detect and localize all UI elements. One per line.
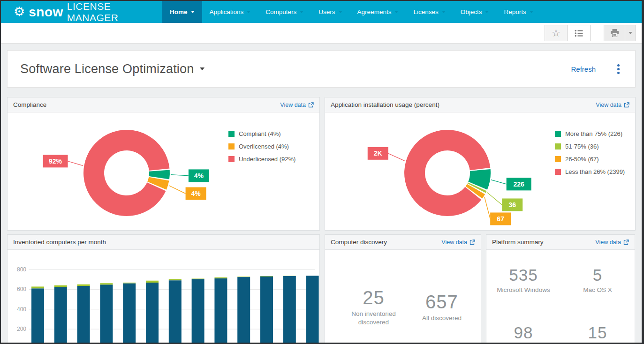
view-data-label: View data — [595, 239, 621, 246]
print-button[interactable] — [604, 25, 625, 41]
nav-item-users[interactable]: Users — [311, 1, 349, 23]
bar-segment-top — [214, 277, 227, 278]
view-data-link[interactable]: View data — [441, 239, 475, 246]
chevron-down-icon — [191, 11, 195, 13]
chevron-down-icon — [442, 11, 446, 13]
gear-icon: ⚙ — [14, 6, 25, 18]
y-axis-tick-label: 600 — [17, 286, 26, 292]
legend-item: More than 75% (226) — [555, 130, 625, 137]
bar-segment — [192, 279, 205, 344]
bar-segment-top — [123, 283, 136, 284]
callout-line — [388, 153, 405, 161]
nav-item-reports[interactable]: Reports — [496, 1, 540, 23]
dashboard-selector[interactable]: Software License Optimization — [20, 62, 205, 76]
print-options-button[interactable] — [625, 25, 636, 41]
panel-title: Application installation usage (percent) — [331, 101, 439, 108]
nav-item-label: Reports — [504, 8, 526, 15]
panel-app-usage: Application installation usage (percent)… — [325, 97, 636, 231]
favorite-button[interactable]: ☆ — [545, 25, 568, 41]
callout-label: 2K — [374, 150, 382, 157]
bar-segment — [237, 277, 250, 344]
legend-swatch — [555, 131, 561, 137]
nav-item-objects[interactable]: Objects — [453, 1, 497, 23]
nav-item-licenses[interactable]: Licenses — [406, 1, 453, 23]
legend-item: Less than 26% (2399) — [555, 168, 625, 175]
page-actions: Refresh — [571, 63, 622, 75]
nav-item-computers[interactable]: Computers — [258, 1, 311, 23]
nav-item-label: Objects — [461, 8, 482, 15]
bar-segment — [283, 276, 296, 344]
refresh-link[interactable]: Refresh — [571, 65, 596, 73]
panel-title: Compliance — [13, 101, 46, 108]
stat-value: 15 — [561, 324, 635, 341]
legend-label: Compliant (4%) — [239, 130, 281, 137]
callout-line — [169, 186, 185, 194]
chevron-down-icon — [300, 11, 303, 13]
view-data-label: View data — [441, 239, 467, 246]
legend-item: 26-50% (67) — [555, 156, 625, 163]
bar-segment-top — [237, 277, 250, 277]
stat-value: 535 — [486, 267, 561, 283]
chevron-down-icon — [247, 11, 250, 13]
star-icon: ☆ — [552, 28, 561, 38]
nav-item-label: Agreements — [357, 8, 392, 15]
y-axis-tick-label: 400 — [17, 306, 26, 313]
secondary-toolbar: ☆ — [1, 23, 642, 44]
page-title: Software License Optimization — [20, 62, 194, 76]
view-data-link[interactable]: View data — [596, 102, 629, 108]
chevron-down-icon — [200, 67, 205, 70]
panel-title: Computer discovery — [331, 239, 387, 246]
external-link-icon — [623, 239, 629, 245]
chevron-down-icon — [530, 11, 533, 13]
list-view-button[interactable] — [568, 25, 591, 41]
legend-swatch — [228, 131, 235, 137]
stat-block: 25 Non inventoried discovered — [344, 288, 403, 326]
bar-segment — [54, 287, 67, 344]
panel-compliance: Compliance View data 4%4%92% Compliant (… — [7, 97, 320, 231]
legend-swatch — [228, 143, 235, 150]
print-icon — [610, 29, 619, 37]
legend-item: Overlicensed (4%) — [228, 143, 295, 150]
legend-label: Underlicensed (92%) — [239, 156, 295, 163]
callout-label: 67 — [497, 215, 504, 223]
chevron-down-icon — [394, 11, 398, 13]
panel-body: 4%4%92% Compliant (4%) Overlicensed (4%)… — [8, 112, 319, 230]
brand-logo[interactable]: ⚙ snow LICENSE MANAGER — [1, 1, 162, 23]
y-axis-tick-label: 800 — [17, 266, 26, 273]
discovery-stats: 25 Non inventoried discovered 657 All di… — [325, 250, 481, 344]
chart-legend: Compliant (4%) Overlicensed (4%) Underli… — [228, 130, 295, 163]
nav-item-applications[interactable]: Applications — [202, 1, 258, 23]
view-data-label: View data — [280, 102, 306, 108]
callout-label: 226 — [513, 180, 524, 188]
legend-label: More than 75% (226) — [565, 130, 622, 137]
callout-label: 4% — [191, 190, 201, 197]
legend-item: 51-75% (36) — [555, 143, 625, 150]
nav-item-agreements[interactable]: Agreements — [350, 1, 406, 23]
panel-header: Computer discovery View data — [325, 235, 481, 250]
view-data-link[interactable]: View data — [280, 102, 314, 108]
legend-label: 26-50% (67) — [565, 156, 599, 163]
nav-item-home[interactable]: Home — [162, 1, 202, 23]
panel-row-2: Inventoried computers per month 20040060… — [7, 234, 636, 344]
y-axis-tick-label: 200 — [17, 326, 26, 332]
legend-swatch — [555, 156, 561, 162]
view-data-label: View data — [596, 102, 621, 108]
callout-label: 92% — [49, 157, 62, 165]
stat-block: 15 Unix — [561, 324, 635, 344]
panel-inventoried-computers: Inventoried computers per month 20040060… — [7, 234, 320, 344]
dashboard-content: Software License Optimization Refresh Co… — [1, 44, 642, 344]
panel-header: Inventoried computers per month — [8, 235, 319, 250]
external-link-icon — [624, 102, 629, 108]
stat-label: Microsoft Windows — [486, 286, 561, 294]
panel-header: Compliance View data — [8, 97, 319, 112]
bar-segment-top — [100, 283, 113, 284]
panel-title: Platform summary — [492, 239, 544, 246]
more-options-button[interactable] — [614, 63, 622, 75]
donut-slice — [468, 169, 491, 190]
legend-label: 51-75% (36) — [565, 143, 599, 150]
bar-segment — [169, 280, 182, 344]
chevron-down-icon — [339, 11, 342, 13]
panel-computer-discovery: Computer discovery View data 25 — [325, 234, 481, 344]
stat-value: 657 — [422, 292, 462, 311]
view-data-link[interactable]: View data — [595, 239, 629, 246]
